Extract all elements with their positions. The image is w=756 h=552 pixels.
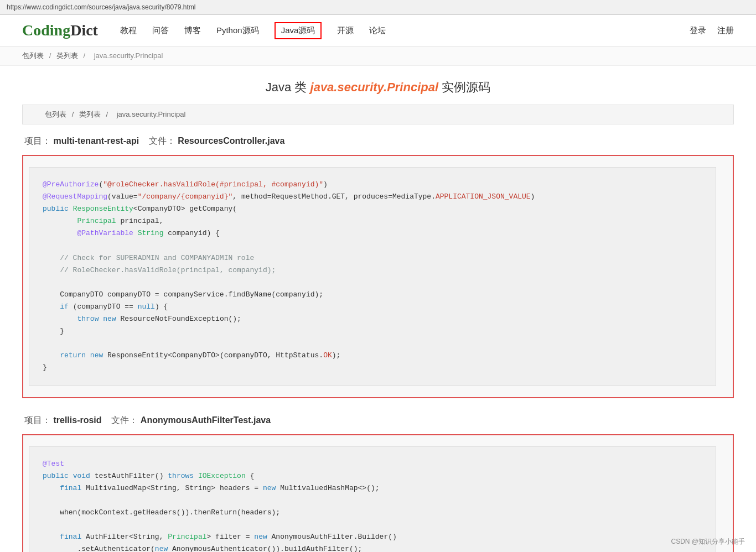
project-name-2: trellis-rosid bbox=[53, 415, 101, 425]
sec-breadcrumb-current: java.security.Principal bbox=[117, 110, 186, 118]
nav-qa[interactable]: 问答 bbox=[152, 25, 169, 36]
footer-note: CSDN @知识分享小能手 bbox=[671, 537, 745, 546]
nav-java[interactable]: Java源码 bbox=[275, 22, 322, 39]
page-title: Java 类 java.security.Principal 实例源码 bbox=[0, 66, 756, 105]
code-container-1: @PreAuthorize("@roleChecker.hasValidRole… bbox=[22, 155, 734, 398]
sec-breadcrumb-classes[interactable]: 类列表 bbox=[79, 110, 101, 118]
secondary-breadcrumb: 包列表 / 类列表 / java.security.Principal bbox=[22, 105, 734, 124]
code-block-1: @PreAuthorize("@roleChecker.hasValidRole… bbox=[29, 167, 716, 386]
nav-opensource[interactable]: 开源 bbox=[337, 25, 354, 36]
main-content: 项目： multi-tenant-rest-api 文件： ResourcesC… bbox=[0, 136, 756, 552]
project-header-1: 项目： multi-tenant-rest-api 文件： ResourcesC… bbox=[22, 136, 734, 147]
page-title-highlight: java.security.Principal bbox=[310, 80, 439, 94]
file-name-2: AnonymousAuthFilterTest.java bbox=[141, 415, 271, 425]
nav-python[interactable]: Python源码 bbox=[216, 25, 259, 36]
project-name-1: multi-tenant-rest-api bbox=[53, 136, 139, 145]
code-block-2: @Test public void testAuthFilter() throw… bbox=[29, 446, 716, 553]
project-block-1: 项目： multi-tenant-rest-api 文件： ResourcesC… bbox=[22, 136, 734, 398]
code-container-2: @Test public void testAuthFilter() throw… bbox=[22, 434, 734, 553]
nav-blog[interactable]: 博客 bbox=[184, 25, 201, 36]
browser-bar: https://www.codingdict.com/sources/java/… bbox=[0, 0, 756, 15]
breadcrumb-classes[interactable]: 类列表 bbox=[56, 51, 78, 60]
nav-tutorial[interactable]: 教程 bbox=[120, 25, 137, 36]
breadcrumb-packages[interactable]: 包列表 bbox=[22, 51, 44, 60]
project-header-2: 项目： trellis-rosid 文件： AnonymousAuthFilte… bbox=[22, 415, 734, 426]
project-block-2: 项目： trellis-rosid 文件： AnonymousAuthFilte… bbox=[22, 415, 734, 553]
main-nav: 教程 问答 博客 Python源码 Java源码 开源 论坛 bbox=[120, 22, 690, 39]
browser-url: https://www.codingdict.com/sources/java/… bbox=[7, 3, 195, 11]
nav-right: 登录 注册 bbox=[690, 25, 734, 36]
site-header: CodingDict 教程 问答 博客 Python源码 Java源码 开源 论… bbox=[0, 15, 756, 46]
register-link[interactable]: 注册 bbox=[717, 25, 734, 36]
file-name-1: ResourcesController.java bbox=[178, 136, 284, 145]
breadcrumb: 包列表 / 类列表 / java.security.Principal bbox=[0, 46, 756, 66]
login-link[interactable]: 登录 bbox=[690, 25, 706, 36]
nav-forum[interactable]: 论坛 bbox=[369, 25, 386, 36]
breadcrumb-current: java.security.Principal bbox=[94, 51, 163, 60]
sec-breadcrumb-packages[interactable]: 包列表 bbox=[45, 110, 66, 118]
site-logo[interactable]: CodingDict bbox=[22, 22, 98, 39]
